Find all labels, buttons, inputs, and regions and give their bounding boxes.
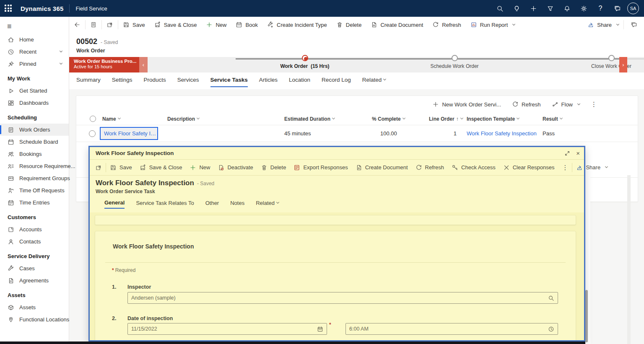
- sidebar-item-pinned[interactable]: Pinned: [0, 58, 69, 70]
- sidebar-item-cases[interactable]: Cases: [0, 262, 69, 274]
- tab-record-log[interactable]: Record Log: [322, 77, 351, 86]
- flow-button[interactable]: Flow: [547, 99, 584, 110]
- sidebar-item-home[interactable]: Home: [0, 34, 69, 46]
- dialog-export-responses-button[interactable]: Export Responses: [290, 162, 351, 173]
- new-button[interactable]: New: [201, 19, 231, 30]
- dialog-tab-other[interactable]: Other: [205, 199, 219, 209]
- book-button[interactable]: Book: [231, 19, 262, 30]
- dialog-refresh-button[interactable]: Refresh: [412, 162, 448, 173]
- dialog-create-document-button[interactable]: Create Document: [352, 162, 412, 173]
- dialog-popout-button[interactable]: [91, 162, 106, 173]
- feedback-chat-icon[interactable]: [609, 0, 626, 17]
- tab-summary[interactable]: Summary: [76, 77, 101, 86]
- bpf-stage-marker[interactable]: [608, 55, 615, 61]
- dialog-new-button[interactable]: New: [186, 162, 214, 173]
- filter-icon[interactable]: [542, 0, 558, 17]
- bpf-stage-marker-active[interactable]: [302, 55, 308, 61]
- bpf-stage-close-work-order[interactable]: Close Work Order: [569, 55, 644, 69]
- column-header-name[interactable]: Name: [102, 116, 167, 122]
- lookup-search-icon[interactable]: [548, 295, 554, 301]
- tab-related[interactable]: Related: [362, 77, 386, 86]
- time-input[interactable]: [349, 326, 548, 332]
- sidebar-item-assets[interactable]: Assets: [0, 301, 69, 313]
- share-button[interactable]: Share: [583, 19, 623, 30]
- clock-icon[interactable]: [548, 326, 554, 332]
- column-header-estimated-duration[interactable]: Estimated Duration: [284, 116, 372, 122]
- help-icon[interactable]: ?: [592, 0, 609, 17]
- dialog-delete-button[interactable]: Delete: [257, 162, 290, 173]
- select-all-radio[interactable]: [90, 116, 96, 122]
- waffle-menu-icon[interactable]: [5, 5, 12, 12]
- search-icon[interactable]: [491, 0, 508, 17]
- sidebar-item-contacts[interactable]: Contacts: [0, 235, 69, 248]
- selected-name-cell[interactable]: Work Floor Safety Ins...: [100, 127, 158, 140]
- row-select-radio[interactable]: [89, 130, 96, 137]
- tab-articles[interactable]: Articles: [259, 77, 278, 86]
- dialog-scrollbar[interactable]: [585, 176, 590, 344]
- sidebar-item-time-entries[interactable]: Time Entries: [0, 197, 69, 209]
- sidebar-item-bookings[interactable]: Bookings: [0, 148, 69, 160]
- dialog-scrollbar-thumb[interactable]: [585, 290, 588, 342]
- dialog-save-button[interactable]: Save: [106, 162, 136, 173]
- new-work-order-service-task-button[interactable]: New Work Order Servi...: [428, 99, 506, 110]
- dialog-deactivate-button[interactable]: Deactivate: [214, 162, 257, 173]
- dialog-tab-notes[interactable]: Notes: [230, 199, 244, 209]
- bpf-stage-work-order[interactable]: Work Order (15 Hrs): [263, 55, 347, 69]
- sidebar-item-time-off-requests[interactable]: Time Off Requests: [0, 184, 69, 197]
- dialog-save-and-close-button[interactable]: Save & Close: [136, 162, 186, 173]
- bpf-process-tag[interactable]: Work Order Business Pro... Active for 15…: [69, 57, 139, 72]
- grid-more-commands-icon[interactable]: ⋮: [586, 99, 602, 110]
- dialog-share-button[interactable]: Share: [572, 162, 611, 173]
- sidebar-item-accounts[interactable]: Accounts: [0, 223, 69, 235]
- main-scrollbar[interactable]: [627, 175, 631, 344]
- grid-refresh-button[interactable]: Refresh: [507, 99, 545, 110]
- bpf-stage-schedule-work-order[interactable]: Schedule Work Order: [413, 55, 496, 69]
- bpf-next-stage-icon[interactable]: ›: [619, 57, 627, 72]
- sidebar-item-work-orders[interactable]: Work Orders: [0, 124, 69, 136]
- dialog-clear-responses-button[interactable]: Clear Responses: [499, 162, 558, 173]
- form-selector-button[interactable]: [86, 19, 101, 30]
- tab-settings[interactable]: Settings: [112, 77, 132, 86]
- sidebar-item-schedule-board[interactable]: Schedule Board: [0, 136, 69, 148]
- settings-gear-icon[interactable]: [575, 0, 592, 17]
- cell-inspection-template-link[interactable]: Work Floor Safety Inspection: [467, 130, 543, 137]
- back-button[interactable]: [69, 19, 85, 30]
- delete-button[interactable]: Delete: [332, 19, 366, 30]
- grid-row[interactable]: Work Floor Safety Ins... 45 minutes 100.…: [76, 125, 638, 142]
- refresh-button[interactable]: Refresh: [428, 19, 466, 30]
- sidebar-item-requirement-groups[interactable]: Requirement Groups: [0, 172, 69, 184]
- column-header-inspection-template[interactable]: Inspection Template: [467, 116, 543, 122]
- tab-products[interactable]: Products: [144, 77, 166, 86]
- popout-button[interactable]: [102, 19, 118, 30]
- inspector-lookup-field[interactable]: [127, 292, 558, 304]
- dialog-tab-related[interactable]: Related: [256, 199, 279, 209]
- calendar-icon[interactable]: [317, 326, 323, 332]
- brand-title[interactable]: Dynamics 365: [21, 5, 63, 12]
- tab-services[interactable]: Services: [177, 77, 199, 86]
- column-header-description[interactable]: Description: [167, 116, 284, 122]
- sidebar-item-recent[interactable]: Recent: [0, 46, 69, 58]
- dialog-more-commands-icon[interactable]: ⋮: [558, 162, 572, 173]
- column-header-result[interactable]: Result: [543, 116, 638, 122]
- avatar[interactable]: SA: [627, 3, 639, 14]
- sidebar-item-get-started[interactable]: Get Started: [0, 85, 69, 97]
- lightbulb-icon[interactable]: [508, 0, 525, 17]
- expand-dialog-icon[interactable]: [564, 150, 570, 156]
- inspection-date-field[interactable]: [127, 323, 327, 335]
- sidebar-item-resource-requirements[interactable]: Resource Requireme...: [0, 160, 69, 172]
- date-input[interactable]: [131, 326, 317, 332]
- add-icon[interactable]: [525, 0, 542, 17]
- dialog-tab-service-task-relates-to[interactable]: Service Task Relates To: [136, 199, 194, 209]
- close-dialog-icon[interactable]: ×: [576, 150, 580, 157]
- create-document-button[interactable]: Create Document: [366, 19, 428, 30]
- tab-location[interactable]: Location: [289, 77, 310, 86]
- notifications-icon[interactable]: [558, 0, 575, 17]
- sidebar-item-dashboards[interactable]: Dashboards: [0, 97, 69, 109]
- sidebar-item-agreements[interactable]: Agreements: [0, 274, 69, 287]
- dialog-tab-general[interactable]: General: [104, 199, 125, 209]
- column-header-line-order[interactable]: Line Order↑: [429, 116, 467, 122]
- tab-service-tasks[interactable]: Service Tasks: [210, 77, 248, 87]
- save-button[interactable]: Save: [118, 19, 150, 30]
- sidebar-item-functional-locations[interactable]: Functional Locations: [0, 313, 69, 326]
- dialog-check-access-button[interactable]: Check Access: [448, 162, 499, 173]
